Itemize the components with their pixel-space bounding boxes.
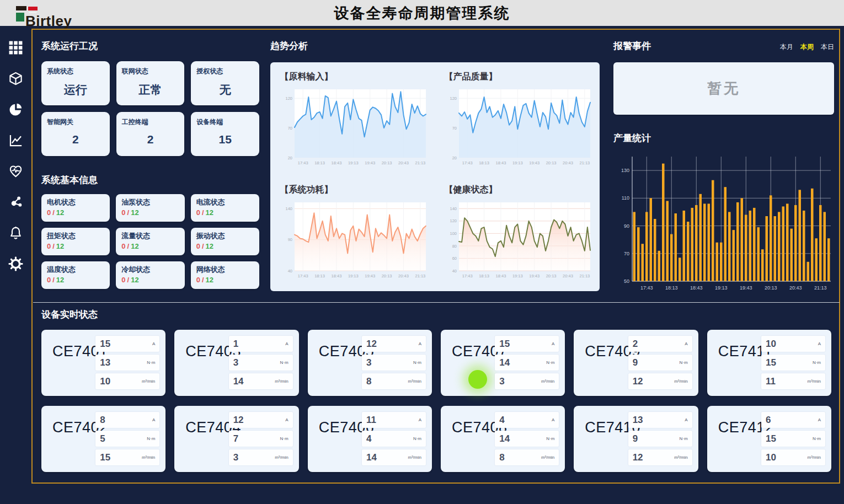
power-consumption-line-chart: 409014017:4318:1318:4319:1319:4320:1320:… [278, 198, 428, 284]
device-metric-unit: N·m [147, 436, 155, 441]
device-metric-row: 10m³/min [95, 373, 159, 389]
info-card: 冷却状态0/12 [116, 261, 184, 289]
svg-text:18:43: 18:43 [495, 160, 506, 165]
device-metric-value: 12 [633, 452, 643, 463]
device-metrics: 1A3N·m14m³/min [229, 336, 293, 389]
status-card-grid: 系统状态运行联网状态正常授权状态无智能网关2工控终端2设备终端15 [41, 61, 259, 156]
svg-text:20:43: 20:43 [398, 160, 409, 165]
device-metric-unit: m³/min [674, 379, 687, 384]
svg-text:18:13: 18:13 [479, 160, 489, 165]
svg-text:19:13: 19:13 [512, 160, 522, 165]
device-metric-unit: m³/min [808, 379, 821, 384]
device-metric-row: 14m³/min [362, 449, 426, 465]
svg-text:70: 70 [624, 251, 629, 256]
alarm-tab-2[interactable]: 本日 [821, 43, 834, 51]
device-card-CE7410[interactable]: CE741013A9N·m12m³/min [574, 406, 698, 472]
device-metric-unit: N·m [680, 360, 688, 365]
network-icon[interactable] [8, 195, 23, 210]
info-card-label: 电流状态 [196, 197, 254, 207]
svg-text:20:13: 20:13 [381, 160, 392, 165]
bell-icon[interactable] [8, 226, 23, 240]
device-metric-unit: N·m [813, 360, 821, 365]
device-metric-value: 8 [366, 376, 371, 387]
info-card: 扭矩状态0/12 [41, 228, 110, 255]
trend-chart-title: 【原料输入】 [280, 71, 428, 83]
svg-text:17:43: 17:43 [640, 285, 653, 291]
device-card-CE7401[interactable]: CE740115A13N·m10m³/min [41, 330, 165, 396]
info-card: 电机状态0/12 [41, 194, 110, 222]
svg-text:18:43: 18:43 [690, 285, 703, 291]
svg-text:17:43: 17:43 [297, 160, 308, 165]
gear-icon[interactable] [8, 256, 23, 271]
info-card-label: 扭矩状态 [47, 231, 104, 241]
alarm-count: 0 [121, 242, 125, 250]
count-separator: / [52, 208, 55, 217]
count-separator: / [127, 242, 130, 250]
device-metrics: 6A15N·m10m³/min [761, 412, 825, 465]
info-card: 油泵状态0/12 [116, 194, 184, 222]
device-card-CE7407[interactable]: CE740715A14N·m3m³/min [441, 330, 565, 396]
device-metric-unit: N·m [413, 360, 421, 365]
alarm-tab-0[interactable]: 本月 [780, 43, 793, 51]
device-metric-value: 3 [233, 357, 238, 368]
device-card-CE7406[interactable]: CE740611A4N·m14m³/min [308, 406, 432, 472]
device-card-CE7405[interactable]: CE740512A3N·m8m³/min [308, 330, 432, 396]
device-metric-row: 9N·m [628, 431, 692, 447]
health-pulse-icon[interactable] [8, 164, 23, 179]
status-card: 授权状态无 [191, 61, 259, 105]
svg-text:21:13: 21:13 [579, 160, 590, 165]
status-card: 工控终端2 [116, 112, 185, 156]
device-card-CE7404[interactable]: CE740412A7N·m3m³/min [174, 406, 298, 472]
device-metric-unit: A [419, 341, 421, 346]
device-metric-unit: N·m [813, 436, 821, 441]
status-card-label: 授权状态 [196, 67, 254, 76]
device-metric-row: 14m³/min [229, 373, 293, 389]
total-count: 12 [56, 276, 64, 284]
info-card: 网络状态0/12 [191, 261, 259, 289]
info-card-label: 温度状态 [47, 265, 104, 275]
device-card-CE7403[interactable]: CE74031A3N·m14m³/min [174, 330, 298, 396]
device-metric-unit: A [552, 341, 554, 346]
device-card-CE7411[interactable]: CE741110A15N·m11m³/min [707, 330, 831, 396]
info-card: 温度状态0/12 [41, 261, 110, 289]
device-card-CE7409[interactable]: CE74092A9N·m12m³/min [574, 330, 698, 396]
device-card-CE7408[interactable]: CE74084A14N·m8m³/min [441, 406, 565, 472]
svg-text:18:43: 18:43 [331, 160, 341, 165]
device-metric-unit: A [818, 341, 821, 346]
sidebar [0, 29, 31, 484]
status-card-value: 15 [196, 133, 254, 146]
app-root: Birtley 设备全寿命周期管理系统 [0, 0, 844, 504]
device-metric-row: 13N·m [95, 355, 159, 371]
device-card-CE7412[interactable]: CE74126A15N·m10m³/min [707, 406, 831, 472]
svg-text:80: 80 [452, 244, 456, 249]
health-status-line-chart: 40608010012014017:4318:1318:4319:1319:43… [442, 198, 592, 284]
pie-chart-icon[interactable] [8, 102, 23, 117]
alarm-empty-text: 暂无 [707, 79, 740, 98]
device-metric-unit: A [685, 417, 687, 422]
alarm-count: 0 [196, 242, 200, 250]
line-chart-icon[interactable] [8, 133, 23, 148]
total-count: 12 [131, 208, 138, 217]
device-metric-value: 10 [766, 339, 776, 350]
svg-text:17:43: 17:43 [297, 274, 308, 278]
alarm-tab-1[interactable]: 本周 [800, 43, 814, 51]
device-metrics: 12A7N·m3m³/min [229, 412, 293, 465]
device-metric-value: 11 [366, 415, 376, 426]
info-card-counts: 0/12 [121, 242, 179, 250]
device-metrics: 15A13N·m10m³/min [95, 336, 159, 389]
device-metric-row: 15A [95, 336, 159, 352]
svg-text:70: 70 [452, 126, 456, 131]
alarm-count: 0 [47, 208, 51, 217]
cube-icon[interactable] [8, 71, 23, 86]
svg-text:19:43: 19:43 [529, 160, 539, 165]
svg-text:18:13: 18:13 [665, 285, 678, 291]
alarm-count: 0 [196, 208, 200, 217]
device-metric-unit: m³/min [275, 379, 288, 384]
device-metric-row: 1A [229, 336, 293, 352]
device-metric-row: 3N·m [229, 355, 293, 371]
apps-grid-icon[interactable] [8, 40, 23, 55]
device-card-CE7402[interactable]: CE74028A5N·m15m³/min [41, 406, 165, 472]
device-metric-row: 12m³/min [628, 373, 692, 389]
alarm-title: 报警事件 [613, 40, 651, 52]
info-card-label: 油泵状态 [121, 197, 179, 207]
